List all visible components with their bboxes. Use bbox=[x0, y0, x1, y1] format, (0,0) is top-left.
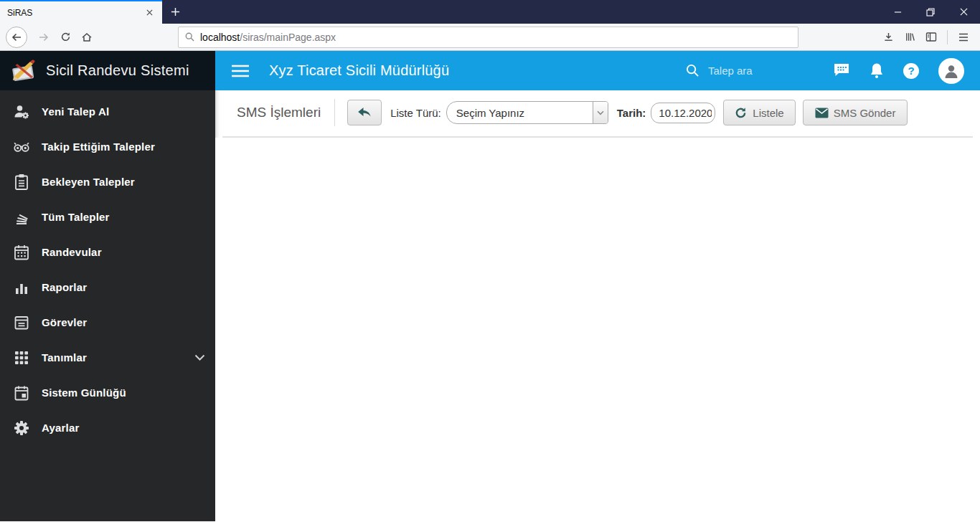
notifications-button[interactable] bbox=[870, 62, 884, 79]
go-back-button[interactable] bbox=[347, 100, 382, 125]
office-title: Xyz Ticaret Sicili Müdürlüğü bbox=[269, 62, 449, 79]
brand-area: Sicil Randevu Sistemi bbox=[0, 51, 215, 90]
home-icon bbox=[81, 32, 93, 43]
sidebar-item-tum-talepler[interactable]: Tüm Talepler bbox=[0, 199, 215, 234]
header-icons: ? bbox=[833, 58, 964, 84]
browser-home-button[interactable] bbox=[76, 27, 98, 48]
sms-send-button[interactable]: SMS Gönder bbox=[803, 100, 908, 125]
library-button[interactable] bbox=[899, 27, 920, 48]
refresh-icon bbox=[735, 107, 747, 119]
sidebar-nav: Yeni Talep Al Takip Ettiğ bbox=[0, 90, 215, 521]
clipboard-icon bbox=[13, 174, 30, 191]
list-button-label: Listele bbox=[753, 107, 783, 119]
reply-arrow-icon bbox=[357, 107, 372, 118]
bar-chart-icon bbox=[13, 279, 30, 296]
list-type-select[interactable]: Seçim Yapınız bbox=[446, 101, 608, 124]
sidebar-item-randevular[interactable]: Randevular bbox=[0, 234, 215, 270]
sidebar-item-bekleyen-talepler[interactable]: Bekleyen Talepler bbox=[0, 164, 215, 199]
browser-forward-button[interactable] bbox=[33, 27, 55, 48]
tab-title: SiRAS bbox=[7, 8, 142, 18]
sidebar-item-label: Sistem Günlüğü bbox=[42, 386, 126, 399]
minimize-button[interactable] bbox=[881, 0, 914, 24]
sidebar-item-ayarlar[interactable]: Ayarlar bbox=[0, 410, 215, 445]
help-button[interactable]: ? bbox=[903, 63, 919, 79]
sidebar-toggle-button[interactable] bbox=[920, 27, 942, 48]
chat-icon bbox=[833, 63, 850, 78]
sidebar-item-tanimlar[interactable]: Tanımlar bbox=[0, 340, 215, 375]
app-window: SiRAS bbox=[0, 0, 980, 522]
toolbar-separator bbox=[947, 30, 948, 44]
sidebar-item-label: Ayarlar bbox=[42, 422, 80, 434]
chevron-down-icon bbox=[194, 354, 205, 361]
calendar-log-icon bbox=[13, 384, 30, 402]
sidebar-item-sistem-gunlugu[interactable]: Sistem Günlüğü bbox=[0, 375, 215, 410]
sms-button-label: SMS Gönder bbox=[834, 107, 896, 119]
list-type-value: Seçim Yapınız bbox=[447, 102, 593, 123]
url-host: localhost bbox=[200, 32, 240, 43]
list-button[interactable]: Listele bbox=[723, 100, 795, 125]
search-icon bbox=[185, 32, 194, 42]
date-label: Tarih: bbox=[617, 107, 646, 119]
toolbar-divider bbox=[334, 99, 335, 126]
sidebar-icon bbox=[925, 32, 937, 42]
sidebar-item-label: Takip Ettiğim Talepler bbox=[42, 141, 155, 153]
bell-icon bbox=[870, 62, 884, 79]
new-tab-button[interactable] bbox=[162, 0, 188, 24]
hamburger-icon bbox=[231, 65, 250, 77]
downloads-button[interactable] bbox=[877, 27, 899, 48]
sidebar-item-yeni-talep-al[interactable]: Yeni Talep Al bbox=[0, 94, 215, 129]
browser-back-button[interactable] bbox=[6, 27, 27, 48]
forward-arrow-icon bbox=[38, 32, 50, 43]
select-dropdown-button[interactable] bbox=[593, 102, 608, 123]
tab-close-icon[interactable] bbox=[142, 6, 156, 20]
library-icon bbox=[905, 32, 915, 42]
task-note-icon bbox=[13, 314, 30, 331]
person-icon bbox=[943, 63, 959, 79]
envelope-icon bbox=[815, 108, 829, 118]
url-text: localhost/siras/mainPage.aspx bbox=[200, 32, 336, 43]
page-title: SMS İşlemleri bbox=[237, 105, 321, 120]
search-input[interactable] bbox=[708, 65, 793, 77]
list-type-label: Liste Türü: bbox=[390, 107, 441, 119]
chevron-down-icon bbox=[597, 110, 604, 115]
close-window-button[interactable] bbox=[947, 0, 980, 24]
app-topbar: Xyz Ticaret Sicili Müdürlüğü bbox=[215, 51, 980, 90]
date-input[interactable] bbox=[651, 103, 715, 123]
browser-tab-siras[interactable]: SiRAS bbox=[0, 0, 162, 24]
browser-refresh-button[interactable] bbox=[55, 27, 76, 48]
paper-stack-icon bbox=[13, 209, 30, 226]
sidebar-item-raporlar[interactable]: Raporlar bbox=[0, 270, 215, 305]
grid-icon bbox=[13, 349, 30, 366]
app-body: Yeni Talep Al Takip Ettiğ bbox=[0, 90, 980, 521]
calendar-icon bbox=[13, 244, 30, 261]
app-logo-icon bbox=[9, 58, 39, 84]
back-arrow-icon bbox=[11, 32, 22, 43]
browser-menu-button[interactable] bbox=[953, 27, 974, 48]
sidebar-item-takip-ettigim-talepler[interactable]: Takip Ettiğim Talepler bbox=[0, 129, 215, 164]
hamburger-icon bbox=[958, 33, 969, 42]
browser-toolbar: localhost/siras/mainPage.aspx bbox=[0, 24, 980, 51]
sidebar-item-label: Tanımlar bbox=[42, 351, 87, 364]
restore-button[interactable] bbox=[914, 0, 947, 24]
browser-tab-bar: SiRAS bbox=[0, 0, 980, 24]
sidebar-item-label: Yeni Talep Al bbox=[42, 105, 109, 118]
brand-title: Sicil Randevu Sistemi bbox=[46, 62, 189, 79]
menu-toggle-button[interactable] bbox=[230, 65, 250, 77]
sidebar-item-label: Tüm Talepler bbox=[42, 211, 110, 223]
url-bar[interactable]: localhost/siras/mainPage.aspx bbox=[178, 27, 798, 48]
user-avatar[interactable] bbox=[938, 58, 964, 84]
question-mark-icon: ? bbox=[908, 65, 914, 77]
main-content: SMS İşlemleri Liste Türü: Seçim Yapınız … bbox=[215, 90, 980, 521]
window-controls bbox=[881, 0, 980, 24]
content-toolbar: SMS İşlemleri Liste Türü: Seçim Yapınız … bbox=[215, 90, 980, 135]
refresh-icon bbox=[60, 32, 71, 42]
download-icon bbox=[883, 32, 894, 42]
sidebar-item-gorevler[interactable]: Görevler bbox=[0, 305, 215, 340]
sidebar-item-label: Görevler bbox=[42, 316, 87, 328]
messages-button[interactable] bbox=[833, 63, 850, 78]
header-search[interactable] bbox=[686, 64, 793, 77]
sidebar-item-label: Raporlar bbox=[42, 281, 87, 293]
search-icon bbox=[686, 64, 699, 77]
url-path: /siras/mainPage.aspx bbox=[240, 32, 336, 43]
plus-icon bbox=[171, 7, 180, 16]
